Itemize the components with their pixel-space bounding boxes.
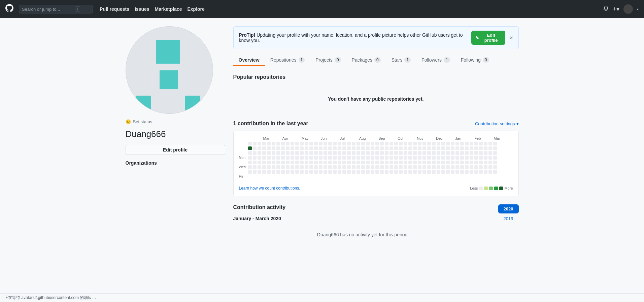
- contrib-cell: [474, 170, 478, 174]
- contrib-cell: [347, 165, 351, 169]
- contrib-cell: [291, 170, 294, 174]
- github-logo[interactable]: [5, 4, 13, 14]
- contrib-cell: [371, 170, 374, 174]
- contrib-cell: [394, 161, 398, 164]
- contrib-cell: [493, 161, 497, 164]
- tab-packages[interactable]: Packages 0: [346, 55, 386, 66]
- tab-overview[interactable]: Overview: [233, 55, 265, 66]
- contrib-cell: [262, 165, 266, 169]
- tab-followers[interactable]: Followers 1: [416, 55, 455, 66]
- contrib-cell: [314, 165, 318, 169]
- contrib-cell: [437, 146, 440, 150]
- day-label-fri: Fri: [239, 175, 246, 178]
- protip-banner: ProTip! Updating your profile with your …: [233, 26, 519, 49]
- contrib-cell: [286, 170, 290, 174]
- contrib-cell: [441, 146, 445, 150]
- contrib-week-12: [305, 142, 308, 174]
- close-banner-button[interactable]: ×: [509, 35, 513, 41]
- contrib-cell: [418, 161, 421, 164]
- contrib-cell: [371, 151, 374, 155]
- contrib-week-27: [375, 142, 379, 174]
- avatar-squares: [126, 27, 213, 113]
- contrib-cell: [361, 151, 365, 155]
- contrib-cell: [413, 161, 417, 164]
- contrib-cell: [432, 161, 436, 164]
- edit-profile-sidebar-button[interactable]: Edit profile: [126, 145, 225, 155]
- contrib-week-47: [470, 142, 473, 174]
- contrib-cell: [484, 146, 487, 150]
- contrib-cell: [422, 156, 426, 160]
- day-label-mon: Mon: [239, 156, 246, 160]
- contrib-cell: [375, 156, 379, 160]
- search-box[interactable]: /: [19, 5, 93, 13]
- month-mar-curr: Mar: [494, 136, 513, 140]
- nav-links: Pull requests Issues Marketplace Explore: [100, 6, 205, 12]
- contrib-cell: [328, 170, 332, 174]
- nav-pull-requests[interactable]: Pull requests: [100, 6, 129, 12]
- contrib-cell: [394, 165, 398, 169]
- legend-cell-0: [479, 187, 483, 190]
- contrib-week-13: [309, 142, 313, 174]
- contrib-cell: [427, 161, 431, 164]
- set-status-button[interactable]: 🙂 Set status: [126, 117, 225, 126]
- tab-following[interactable]: Following 0: [455, 55, 495, 66]
- contrib-week-51: [488, 142, 492, 174]
- tab-projects[interactable]: Projects 0: [310, 55, 346, 66]
- tab-stars-count: 1: [404, 57, 411, 63]
- search-input[interactable]: [22, 7, 72, 12]
- contrib-cell: [385, 151, 388, 155]
- protip-message: Updating your profile with your name, lo…: [239, 32, 463, 43]
- tab-stars[interactable]: Stars 1: [386, 55, 416, 66]
- smiley-icon: 🙂: [126, 119, 131, 124]
- year-2019-button[interactable]: 2019: [498, 214, 519, 223]
- tab-repositories[interactable]: Repositories 1: [265, 55, 310, 66]
- notifications-icon[interactable]: [603, 6, 609, 12]
- contrib-cell: [385, 161, 388, 164]
- activity-row: Contribution activity January - March 20…: [233, 204, 519, 245]
- legend-cell-3: [494, 187, 498, 190]
- contrib-cell: [333, 146, 337, 150]
- contrib-week-22: [352, 142, 355, 174]
- contrib-cell: [333, 170, 337, 174]
- contrib-cell: [474, 161, 478, 164]
- activity-title: Contribution activity: [233, 204, 493, 210]
- contrib-cell: [272, 142, 275, 145]
- edit-profile-banner-button[interactable]: ✎ Edit profile: [471, 31, 505, 45]
- contrib-cell: [460, 165, 464, 169]
- day-label-blank2: [239, 161, 246, 164]
- contrib-cell: [484, 156, 487, 160]
- user-menu-chevron[interactable]: ▾: [637, 7, 639, 11]
- contrib-cell: [389, 151, 393, 155]
- contrib-cell: [324, 146, 327, 150]
- contrib-cell: [248, 170, 252, 174]
- contribution-settings-button[interactable]: Contribution settings ▾: [475, 121, 519, 126]
- contrib-cell: [295, 170, 299, 174]
- contrib-cell: [309, 156, 313, 160]
- activity-main: Contribution activity January - March 20…: [233, 204, 493, 245]
- contrib-cell: [488, 151, 492, 155]
- contrib-cell: [441, 156, 445, 160]
- contrib-cell: [446, 165, 450, 169]
- contrib-cell: [413, 142, 417, 145]
- nav-issues[interactable]: Issues: [135, 6, 149, 12]
- contrib-cell: [380, 165, 384, 169]
- contrib-cell: [248, 146, 252, 150]
- add-icon[interactable]: +▾: [613, 5, 619, 13]
- learn-contributions-link[interactable]: Learn how we count contributions.: [239, 186, 300, 191]
- contrib-cell: [446, 151, 450, 155]
- contrib-cell: [484, 142, 487, 145]
- nav-explore[interactable]: Explore: [187, 6, 204, 12]
- avatar[interactable]: [623, 4, 633, 14]
- search-kbd: /: [75, 6, 80, 12]
- contrib-cell: [291, 156, 294, 160]
- year-2020-button[interactable]: 2020: [498, 204, 519, 213]
- contrib-week-10: [295, 142, 299, 174]
- contrib-cell: [338, 151, 341, 155]
- contrib-cell: [276, 170, 280, 174]
- contrib-cell: [347, 161, 351, 164]
- contrib-week-40: [437, 142, 440, 174]
- nav-marketplace[interactable]: Marketplace: [155, 6, 182, 12]
- contrib-cell: [361, 170, 365, 174]
- contrib-cell: [291, 146, 294, 150]
- contrib-cell: [272, 170, 275, 174]
